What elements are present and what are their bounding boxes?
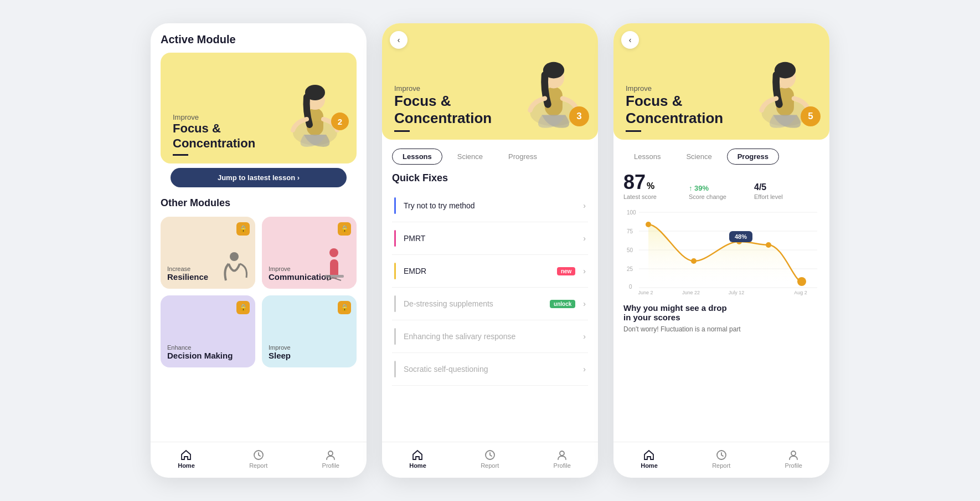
stat-change-label: Score change: [689, 193, 754, 200]
progress-chart: 100 75 50 25 0: [623, 207, 819, 295]
nav-home-label-2: Home: [409, 462, 426, 469]
svg-point-34: [797, 277, 806, 286]
home-icon-1: [180, 449, 192, 461]
stat-score-label: Latest score: [623, 193, 689, 200]
phone1-body: Active Module Improve Focus &Concentrati…: [151, 23, 367, 433]
profile-icon-3: [787, 449, 800, 461]
hero-title-3: Focus &Concentration: [626, 93, 817, 127]
lesson-name-3: EMDR: [404, 267, 549, 275]
tab-science-2[interactable]: Science: [447, 149, 493, 165]
title-underline-3: [626, 130, 641, 132]
svg-point-33: [766, 242, 771, 248]
banner-text-1: Improve Focus &Concentration: [173, 113, 344, 156]
lesson-bar-2: [394, 230, 396, 247]
phone-1: Active Module Improve Focus &Concentrati…: [151, 23, 367, 478]
nav-profile-1[interactable]: Profile: [322, 449, 339, 469]
tab-progress-3[interactable]: Progress: [727, 149, 779, 165]
bottom-nav-3: Home Report Profile: [613, 442, 829, 478]
phone-3: ‹ Improve Focus &Concentration 5 Lessons…: [613, 23, 829, 478]
nav-report-2[interactable]: Report: [481, 449, 499, 469]
lesson-item-1[interactable]: Try not to try method ›: [392, 190, 588, 222]
svg-point-3: [305, 85, 325, 100]
tab-lessons-2[interactable]: Lessons: [392, 149, 442, 165]
chevron-icon-3: ›: [583, 267, 586, 275]
improve-label-2: Improve: [394, 84, 586, 93]
badge-unlock-4[interactable]: unlock: [550, 300, 575, 308]
nav-report-1[interactable]: Report: [249, 449, 267, 469]
svg-point-15: [560, 451, 564, 456]
back-button-3[interactable]: ‹: [621, 31, 639, 49]
profile-icon-1: [324, 449, 337, 461]
quick-fixes-title: Quick Fixes: [392, 172, 588, 184]
nav-home-label-3: Home: [641, 462, 658, 469]
communication-figure: [316, 247, 352, 286]
lesson-list: Try not to try method › PMRT › EMDR new …: [392, 190, 588, 386]
lesson-name-1: Try not to try method: [404, 201, 575, 210]
nav-report-label-3: Report: [712, 462, 730, 469]
lesson-name-2: PMRT: [404, 234, 575, 243]
hero-banner-2: ‹ Improve Focus &Concentration 3: [382, 23, 598, 140]
nav-report-3[interactable]: Report: [712, 449, 730, 469]
jump-to-lesson-button[interactable]: Jump to lastest lesson ›: [171, 168, 347, 187]
tab-science-3[interactable]: Science: [675, 149, 722, 165]
lesson-bar-5: [394, 328, 396, 345]
bottom-nav-1: Home Report Profile: [151, 442, 367, 478]
stat-score-value: 87: [623, 172, 646, 192]
report-icon-2: [484, 449, 496, 461]
svg-text:25: 25: [627, 266, 633, 272]
nav-home-3[interactable]: Home: [641, 449, 658, 469]
lesson-bar-1: [394, 197, 396, 214]
module-grid: 🔒 Increase Resilience 🔒 Improve Communic…: [161, 217, 357, 367]
tab-lessons-3[interactable]: Lessons: [623, 149, 671, 165]
svg-text:48%: 48%: [735, 233, 747, 240]
tab-progress-2[interactable]: Progress: [498, 149, 548, 165]
svg-point-4: [230, 252, 239, 261]
module-card-sleep[interactable]: 🔒 Improve Sleep: [262, 295, 357, 367]
phone2-body: Lessons Science Progress Quick Fixes Try…: [382, 140, 598, 433]
banner-text-2: Improve Focus &Concentration: [394, 84, 586, 132]
hero-badge-1: 2: [331, 113, 349, 130]
nav-profile-3[interactable]: Profile: [785, 449, 802, 469]
home-icon-2: [411, 449, 424, 461]
banner-text-3: Improve Focus &Concentration: [626, 84, 817, 132]
mod-action-decision: Enhance: [167, 344, 249, 351]
phone3-body: Lessons Science Progress 87 % Latest sco…: [613, 140, 829, 433]
svg-text:June 2: June 2: [638, 290, 653, 295]
title-underline-2: [394, 130, 410, 132]
nav-report-label-1: Report: [249, 462, 267, 469]
hero-title-2: Focus &Concentration: [394, 93, 586, 127]
nav-profile-2[interactable]: Profile: [554, 449, 571, 469]
chevron-icon-5: ›: [583, 332, 586, 341]
report-icon-3: [715, 449, 728, 461]
module-card-resilience[interactable]: 🔒 Increase Resilience: [161, 217, 255, 289]
svg-rect-7: [324, 275, 344, 278]
svg-point-30: [646, 222, 651, 227]
nav-profile-label-1: Profile: [322, 462, 339, 469]
nav-home-2[interactable]: Home: [409, 449, 426, 469]
svg-point-43: [791, 451, 796, 456]
stat-change: ↑ 39% Score change: [689, 184, 754, 200]
mod-title-sleep: Sleep: [269, 351, 350, 361]
phone-2: ‹ Improve Focus &Concentration 3 Lessons…: [382, 23, 598, 478]
module-card-decision[interactable]: 🔒 Enhance Decision Making: [161, 295, 255, 367]
lesson-item-5: Enhancing the salivary response ›: [392, 320, 588, 353]
stat-effort-value: 4/5: [754, 182, 819, 192]
tabs-2: Lessons Science Progress: [392, 149, 588, 165]
svg-point-31: [691, 258, 697, 264]
svg-text:0: 0: [629, 284, 632, 290]
svg-text:100: 100: [627, 209, 636, 216]
other-modules-label: Other Modules: [161, 197, 357, 209]
lesson-item-3[interactable]: EMDR new ›: [392, 255, 588, 288]
svg-point-13: [543, 62, 564, 79]
lesson-bar-6: [394, 361, 396, 377]
svg-point-9: [328, 451, 333, 456]
lesson-name-6: Socratic self-questioning: [404, 365, 575, 374]
module-card-communication[interactable]: 🔒 Improve Communication: [262, 217, 357, 289]
lesson-bar-3: [394, 263, 396, 279]
mod-title-decision: Decision Making: [167, 351, 249, 361]
nav-home-1[interactable]: Home: [178, 449, 195, 469]
nav-profile-label-2: Profile: [554, 462, 571, 469]
back-button-2[interactable]: ‹: [390, 31, 408, 49]
lesson-item-2[interactable]: PMRT ›: [392, 222, 588, 255]
improve-label-1: Improve: [173, 113, 344, 121]
